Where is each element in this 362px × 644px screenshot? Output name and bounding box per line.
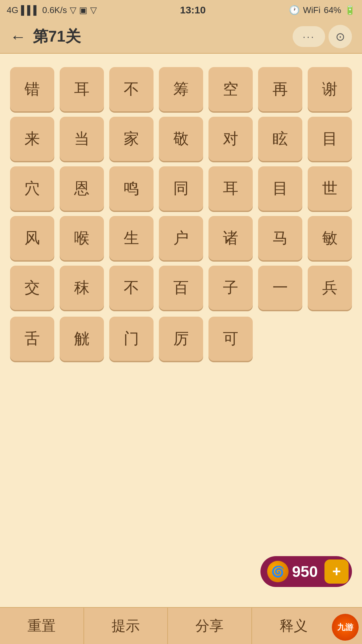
character-grid-last-row: 舌觥门厉可 bbox=[10, 317, 352, 361]
char-tile-last-c0[interactable]: 舌 bbox=[10, 317, 54, 361]
char-tile-r1-c0[interactable]: 来 bbox=[10, 117, 54, 161]
coin-icon: 🌀 bbox=[267, 561, 289, 582]
logo-text: 九游 bbox=[337, 622, 353, 633]
wifi-status-icon: WiFi bbox=[303, 5, 320, 15]
page-title: 第71关 bbox=[33, 26, 81, 47]
sim-icon: ▣ bbox=[79, 5, 87, 15]
char-tile-r1-c2[interactable]: 家 bbox=[109, 117, 154, 161]
reset-button[interactable]: 重置 bbox=[0, 608, 84, 644]
char-tile-r0-c2[interactable]: 不 bbox=[109, 67, 154, 111]
char-tile-r1-c4[interactable]: 对 bbox=[208, 117, 253, 161]
char-tile-r0-c4[interactable]: 空 bbox=[208, 67, 253, 111]
char-tile-r3-c4[interactable]: 诸 bbox=[208, 216, 253, 260]
nav-right: ··· ⊙ bbox=[293, 25, 352, 48]
char-tile-r2-c2[interactable]: 鸣 bbox=[109, 166, 154, 211]
char-tile-r3-c2[interactable]: 生 bbox=[109, 216, 154, 260]
status-right: 🕐 WiFi 64% 🔋 bbox=[289, 5, 355, 15]
char-tile-r0-c3[interactable]: 筹 bbox=[159, 67, 203, 111]
char-tile-r0-c0[interactable]: 错 bbox=[10, 67, 54, 111]
char-tile-r2-c6[interactable]: 世 bbox=[308, 166, 352, 211]
vpn-icon: ▽ bbox=[90, 5, 97, 15]
add-coins-button[interactable]: + bbox=[324, 559, 349, 584]
char-tile-r4-c4[interactable]: 子 bbox=[208, 266, 253, 310]
char-tile-r2-c5[interactable]: 目 bbox=[258, 166, 302, 211]
char-tile-r4-c2[interactable]: 不 bbox=[109, 266, 154, 310]
char-tile-r3-c6[interactable]: 敏 bbox=[308, 216, 352, 260]
logo-area: 九游 bbox=[328, 610, 362, 644]
char-tile-r3-c5[interactable]: 马 bbox=[258, 216, 302, 260]
char-tile-last-c1[interactable]: 觥 bbox=[60, 317, 104, 361]
char-tile-last-c5 bbox=[258, 317, 302, 361]
char-tile-r2-c4[interactable]: 耳 bbox=[208, 166, 253, 211]
char-tile-last-c4[interactable]: 可 bbox=[208, 317, 253, 361]
char-tile-last-c2[interactable]: 门 bbox=[109, 317, 154, 361]
menu-dots-button[interactable]: ··· bbox=[293, 26, 325, 47]
char-tile-r1-c3[interactable]: 敬 bbox=[159, 117, 203, 161]
char-tile-r2-c3[interactable]: 同 bbox=[159, 166, 203, 211]
nav-left: ← 第71关 bbox=[10, 26, 81, 47]
char-tile-r2-c1[interactable]: 恩 bbox=[60, 166, 104, 211]
record-button[interactable]: ⊙ bbox=[328, 25, 352, 48]
bottom-bar: 重置 提示 分享 释义 九游 bbox=[0, 607, 362, 644]
char-tile-r2-c0[interactable]: 穴 bbox=[10, 166, 54, 211]
character-grid: 错耳不筹空再谢来当家敬对眩目穴恩鸣同耳目世风喉生户诸马敏交秣不百子一兵 bbox=[10, 67, 352, 310]
coin-badge: 🌀 950 + bbox=[260, 556, 352, 587]
char-tile-r0-c6[interactable]: 谢 bbox=[308, 67, 352, 111]
back-button[interactable]: ← bbox=[10, 28, 26, 46]
char-tile-r0-c1[interactable]: 耳 bbox=[60, 67, 104, 111]
coin-count: 950 bbox=[292, 562, 321, 581]
char-tile-last-c3[interactable]: 厉 bbox=[159, 317, 203, 361]
main-content: 错耳不筹空再谢来当家敬对眩目穴恩鸣同耳目世风喉生户诸马敏交秣不百子一兵 舌觥门厉… bbox=[0, 54, 362, 607]
hint-button[interactable]: 提示 bbox=[84, 608, 168, 644]
status-left: 4G ▌▌▌ 0.6K/s ▽ ▣ ▽ bbox=[7, 5, 97, 15]
top-nav: ← 第71关 ··· ⊙ bbox=[0, 20, 362, 54]
char-tile-r0-c5[interactable]: 再 bbox=[258, 67, 302, 111]
char-tile-r3-c3[interactable]: 户 bbox=[159, 216, 203, 260]
char-tile-r1-c5[interactable]: 眩 bbox=[258, 117, 302, 161]
char-tile-r4-c3[interactable]: 百 bbox=[159, 266, 203, 310]
char-tile-last-c6 bbox=[308, 317, 352, 361]
logo-icon: 九游 bbox=[332, 614, 359, 641]
battery-percent: 64% bbox=[324, 5, 341, 15]
alarm-icon: 🕐 bbox=[289, 5, 300, 15]
char-tile-r3-c1[interactable]: 喉 bbox=[60, 216, 104, 260]
char-tile-r3-c0[interactable]: 风 bbox=[10, 216, 54, 260]
coin-area: 🌀 950 + bbox=[10, 556, 352, 594]
battery-icon: 🔋 bbox=[345, 5, 355, 15]
char-tile-r4-c0[interactable]: 交 bbox=[10, 266, 54, 310]
status-bar: 4G ▌▌▌ 0.6K/s ▽ ▣ ▽ 13:10 🕐 WiFi 64% 🔋 bbox=[0, 0, 362, 20]
clock: 13:10 bbox=[180, 4, 206, 16]
share-button[interactable]: 分享 bbox=[168, 608, 252, 644]
char-tile-r4-c1[interactable]: 秣 bbox=[60, 266, 104, 310]
wifi-icon: ▽ bbox=[70, 5, 76, 15]
char-tile-r4-c5[interactable]: 一 bbox=[258, 266, 302, 310]
char-tile-r1-c6[interactable]: 目 bbox=[308, 117, 352, 161]
char-tile-r4-c6[interactable]: 兵 bbox=[308, 266, 352, 310]
network-indicator: 4G bbox=[7, 5, 18, 15]
char-tile-r1-c1[interactable]: 当 bbox=[60, 117, 104, 161]
speed-indicator: 0.6K/s bbox=[42, 5, 67, 15]
signal-bars: ▌▌▌ bbox=[21, 5, 40, 15]
